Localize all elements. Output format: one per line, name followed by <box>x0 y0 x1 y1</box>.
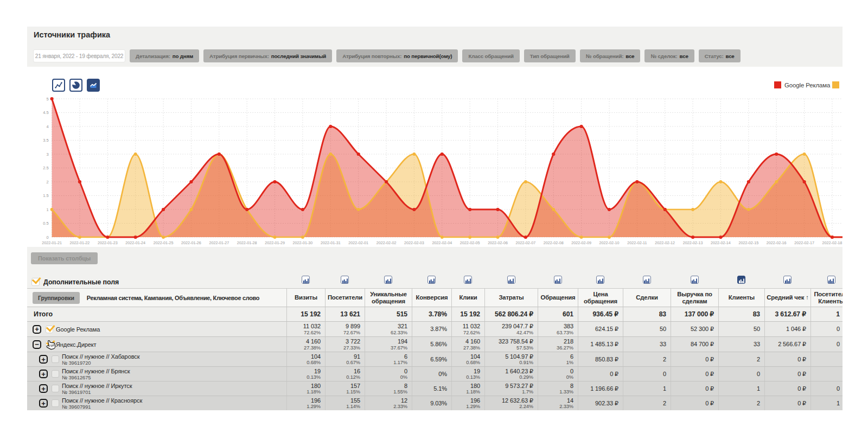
expand-row-button[interactable]: + <box>33 325 41 334</box>
column-header-7[interactable]: Цена обращения <box>578 289 623 307</box>
filter-pill-0[interactable]: Детализация:по дням <box>130 49 199 62</box>
column-header-2[interactable]: Уникальные обращения <box>365 289 412 307</box>
column-chart-icon-0[interactable] <box>302 276 310 284</box>
data-point-google[interactable] <box>608 208 611 211</box>
data-point-google[interactable] <box>162 208 165 211</box>
expand-row-button[interactable]: + <box>39 384 48 393</box>
column-chart-icon-9[interactable] <box>691 276 699 284</box>
expand-row-button[interactable]: + <box>39 355 48 364</box>
data-point-google[interactable] <box>106 236 109 239</box>
expand-row-button[interactable]: + <box>39 370 48 378</box>
traffic-area-chart[interactable]: 00.511.522.533.544.552022-01-212022-01-2… <box>27 67 843 247</box>
data-point-yandex[interactable] <box>190 208 193 211</box>
data-point-google[interactable] <box>552 152 555 156</box>
data-point-yandex[interactable] <box>413 152 416 156</box>
data-point-google[interactable] <box>496 208 499 211</box>
column-chart-icon-12[interactable] <box>827 276 835 284</box>
data-point-yandex[interactable] <box>134 152 137 156</box>
legend-swatch-google[interactable] <box>774 81 781 88</box>
data-point-yandex[interactable] <box>747 208 750 211</box>
data-point-google[interactable] <box>747 180 750 183</box>
data-point-google[interactable] <box>357 152 360 156</box>
data-point-google[interactable] <box>831 236 834 239</box>
column-header-6[interactable]: Обращения <box>538 289 578 307</box>
legend-swatch-yandex[interactable] <box>832 81 839 88</box>
data-point-google[interactable] <box>301 208 304 211</box>
data-point-google[interactable] <box>273 180 276 183</box>
data-point-google[interactable] <box>50 97 54 100</box>
column-chart-icon-5[interactable] <box>507 276 515 284</box>
data-point-yandex[interactable] <box>580 236 583 239</box>
row-label[interactable]: Поиск // нужное // Иркутск <box>62 383 132 389</box>
show-columns-button[interactable]: Показать столбцы <box>31 252 98 264</box>
data-point-yandex[interactable] <box>552 208 555 211</box>
column-header-4[interactable]: Клики <box>451 289 484 307</box>
data-point-google[interactable] <box>468 208 471 211</box>
date-range-input[interactable] <box>33 49 125 62</box>
table-row-4[interactable]: +Поиск // нужное // Брянск№ 39612675190.… <box>27 367 843 381</box>
data-point-yandex[interactable] <box>78 236 81 239</box>
row-checkbox[interactable] <box>52 385 59 392</box>
data-point-yandex[interactable] <box>468 236 471 239</box>
data-point-google[interactable] <box>385 180 388 183</box>
data-point-yandex[interactable] <box>608 236 611 239</box>
data-point-google[interactable] <box>663 208 667 211</box>
data-point-google[interactable] <box>329 125 332 128</box>
column-header-0[interactable]: Визиты <box>286 289 325 307</box>
data-point-yandex[interactable] <box>301 236 304 239</box>
row-label[interactable]: Поиск // нужное // Хабаровск <box>62 353 139 360</box>
column-header-5[interactable]: Затраты <box>484 289 538 307</box>
data-point-google[interactable] <box>134 236 137 239</box>
row-label[interactable]: Google Реклама <box>56 326 100 333</box>
data-point-yandex[interactable] <box>273 236 277 239</box>
data-point-google[interactable] <box>691 236 694 239</box>
groupings-button[interactable]: Группировки <box>33 292 80 304</box>
legend-label-google[interactable]: Google Реклама <box>784 82 830 88</box>
table-row-3[interactable]: +Поиск // нужное // Хабаровск№ 396197201… <box>27 352 843 367</box>
table-row-2[interactable]: −Яндекс.Директ4 16027.38%3 72227.33%1943… <box>27 337 843 352</box>
row-checkbox[interactable] <box>52 399 59 407</box>
data-point-yandex[interactable] <box>719 180 723 183</box>
data-point-google[interactable] <box>441 152 444 156</box>
row-checkbox-checked[interactable] <box>46 326 53 333</box>
data-point-google[interactable] <box>802 180 806 183</box>
column-chart-icon-7[interactable] <box>596 276 604 284</box>
column-chart-icon-1[interactable] <box>341 276 349 284</box>
collapse-row-button[interactable]: − <box>33 340 41 349</box>
row-label[interactable]: Поиск // нужное // Красноярск <box>62 397 142 404</box>
data-point-yandex[interactable] <box>775 180 778 183</box>
data-point-google[interactable] <box>719 236 722 239</box>
column-header-12[interactable]: Посетители Клиенты <box>810 289 843 307</box>
row-checkbox[interactable] <box>52 355 59 363</box>
data-point-yandex[interactable] <box>329 152 332 156</box>
table-row-5[interactable]: +Поиск // нужное // Иркутск№ 39619701180… <box>27 381 843 396</box>
column-chart-icon-8[interactable] <box>643 276 651 284</box>
data-point-google[interactable] <box>245 208 248 211</box>
filter-pill-6[interactable]: № сделок:все <box>644 49 694 62</box>
data-point-yandex[interactable] <box>357 208 360 211</box>
data-point-yandex[interactable] <box>496 236 500 239</box>
data-point-yandex[interactable] <box>803 152 806 156</box>
filter-pill-4[interactable]: Тип обращений <box>524 49 576 62</box>
column-chart-icon-6[interactable] <box>554 276 562 284</box>
filter-pill-5[interactable]: № обращений:все <box>580 49 641 62</box>
data-point-yandex[interactable] <box>162 236 165 239</box>
filter-pill-1[interactable]: Атрибуция первичных:последний значимый <box>203 49 332 62</box>
column-header-10[interactable]: Клиенты <box>718 289 764 307</box>
row-label[interactable]: Яндекс.Директ <box>56 341 97 348</box>
data-point-google[interactable] <box>524 236 527 239</box>
data-point-google[interactable] <box>412 208 416 211</box>
data-point-google[interactable] <box>189 180 193 183</box>
column-chart-icon-11[interactable] <box>783 276 792 284</box>
data-point-yandex[interactable] <box>691 208 694 211</box>
column-header-11[interactable]: Средний чек ↑ <box>764 289 810 307</box>
chart-type-area-button[interactable] <box>87 79 100 92</box>
filter-pill-3[interactable]: Класс обращений <box>462 49 519 62</box>
table-row-1[interactable]: +Google Реклама11 03272.62%9 89972.67%32… <box>27 322 843 337</box>
column-header-8[interactable]: Сделки <box>623 289 671 307</box>
column-chart-icon-10[interactable] <box>737 276 745 284</box>
row-checkbox-checked[interactable] <box>46 341 53 348</box>
data-point-google[interactable] <box>218 152 221 156</box>
data-point-yandex[interactable] <box>524 180 527 183</box>
chart-type-line-button[interactable] <box>52 79 65 92</box>
